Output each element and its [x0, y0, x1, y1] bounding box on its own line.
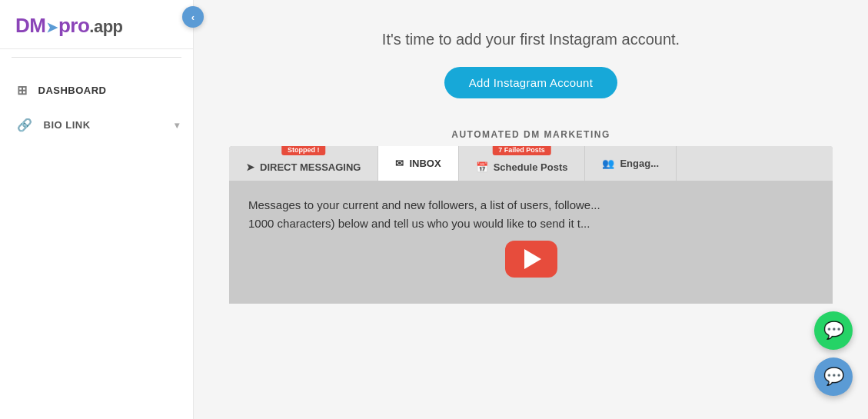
- sidebar-item-dashboard-label: DASHBOARD: [38, 85, 107, 96]
- logo-arrow-icon: ➤: [46, 20, 58, 35]
- logo-dot-app: .app: [89, 17, 122, 36]
- sidebar-item-bio-link-label: BIO LINK: [44, 119, 91, 131]
- tab-schedule-posts[interactable]: 7 Failed Posts 📅 Schedule Posts: [459, 146, 586, 181]
- sidebar-divider: [12, 57, 181, 58]
- schedule-posts-icon: 📅: [476, 161, 488, 173]
- tab-inbox-label: INBOX: [409, 158, 441, 169]
- dm-section-label: AUTOMATED DM MARKETING: [451, 129, 610, 140]
- tab-direct-messaging[interactable]: Stopped ! ➤ DIRECT MESSAGING: [229, 146, 378, 181]
- floating-buttons: 💬 💬: [814, 311, 853, 396]
- tab-schedule-posts-label: Schedule Posts: [494, 161, 568, 173]
- preview-line-1: Messages to your current and new followe…: [248, 198, 600, 211]
- preview-body: Messages to your current and new followe…: [229, 181, 833, 304]
- chevron-down-icon: ▾: [175, 120, 180, 131]
- add-instagram-account-button[interactable]: Add Instagram Account: [444, 67, 617, 98]
- chat-icon: 💬: [823, 367, 844, 387]
- brand-logo: DM➤pro.app: [15, 14, 123, 38]
- sidebar-item-dashboard[interactable]: ⊞ DASHBOARD: [0, 73, 193, 108]
- preview-text: Messages to your current and new followe…: [248, 196, 771, 233]
- tab-bar: Stopped ! ➤ DIRECT MESSAGING ✉ INBOX 7 F…: [229, 146, 833, 181]
- collapse-icon: ‹: [191, 12, 195, 23]
- whatsapp-button[interactable]: 💬: [814, 311, 853, 350]
- stopped-badge: Stopped !: [281, 146, 326, 155]
- dm-marketing-section: AUTOMATED DM MARKETING Stopped ! ➤ DIREC…: [194, 121, 868, 304]
- engage-icon: 👥: [602, 158, 614, 169]
- bio-link-icon: 🔗: [17, 118, 33, 132]
- whatsapp-icon: 💬: [823, 321, 844, 341]
- play-button[interactable]: [505, 241, 557, 278]
- logo-dm: DM: [15, 14, 45, 37]
- logo-area: DM➤pro.app: [0, 0, 193, 49]
- chat-button[interactable]: 💬: [814, 357, 853, 396]
- top-section: It's time to add your first Instagram ac…: [194, 0, 868, 121]
- preview-line-2: 1000 characters) below and tell us who y…: [248, 217, 590, 230]
- failed-posts-badge: 7 Failed Posts: [492, 146, 551, 155]
- tab-inbox[interactable]: ✉ INBOX: [378, 146, 458, 181]
- video-overlay: [248, 241, 813, 285]
- sidebar-item-bio-link[interactable]: 🔗 BIO LINK ▾: [0, 108, 193, 142]
- direct-messaging-icon: ➤: [246, 161, 254, 173]
- tab-direct-messaging-label: DIRECT MESSAGING: [260, 161, 361, 173]
- sidebar-nav: ⊞ DASHBOARD 🔗 BIO LINK ▾: [0, 65, 193, 419]
- inbox-icon: ✉: [395, 158, 404, 169]
- tab-engage[interactable]: 👥 Engag...: [585, 146, 677, 181]
- headline-text: It's time to add your first Instagram ac…: [382, 31, 680, 48]
- logo-pro: pro: [58, 14, 89, 37]
- play-triangle-icon: [524, 249, 541, 269]
- sidebar: ‹ DM➤pro.app ⊞ DASHBOARD 🔗 BIO LINK ▾: [0, 0, 194, 419]
- preview-card: Stopped ! ➤ DIRECT MESSAGING ✉ INBOX 7 F…: [229, 146, 833, 304]
- main-content: It's time to add your first Instagram ac…: [194, 0, 868, 419]
- tab-engage-label: Engag...: [620, 158, 659, 169]
- collapse-button[interactable]: ‹: [182, 6, 204, 28]
- dashboard-icon: ⊞: [17, 83, 28, 98]
